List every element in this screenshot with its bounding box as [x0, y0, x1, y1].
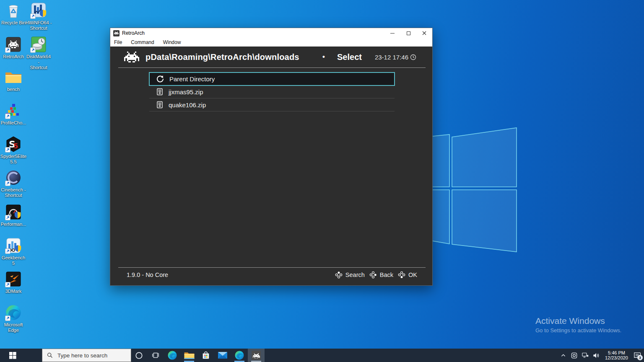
taskbar-edge-button-2[interactable] — [231, 349, 248, 362]
performancetest-icon — [5, 204, 22, 220]
shortcut-arrow-icon — [5, 181, 10, 186]
svg-text:5: 5 — [13, 142, 18, 150]
list-item-label: jjxmas95.zip — [169, 88, 203, 96]
desktop-icon-microsoft-edge[interactable]: Microsoft Edge — [0, 304, 27, 333]
system-tray: 5:46 PM 12/23/2020 3 — [560, 349, 644, 362]
retroarch-icon — [251, 350, 261, 360]
separator — [118, 267, 426, 268]
desktop-icon-performancetest[interactable]: Performan... — [0, 204, 27, 227]
menu-file[interactable]: File — [114, 39, 122, 45]
shortcut-arrow-icon — [30, 47, 36, 53]
hwinfo64-icon — [30, 2, 47, 19]
list-item-label: quake106.zip — [169, 101, 206, 109]
search-hint[interactable]: Search — [335, 271, 365, 279]
desktop-icon-label: RetroArch — [0, 54, 27, 59]
microsoft-store-icon — [201, 351, 210, 360]
desktop-icon-recycle-bin[interactable]: Recycle Bin — [0, 2, 27, 26]
taskbar-store-button[interactable] — [197, 349, 214, 362]
window-title: RetroArch — [122, 30, 145, 36]
back-hint[interactable]: Back — [369, 271, 393, 279]
taskbar-task-view-button[interactable] — [147, 349, 164, 362]
retroarch-content: pData\Roaming\RetroArch\downloads • Sele… — [110, 47, 432, 285]
shortcut-arrow-icon — [5, 315, 10, 321]
list-item-file[interactable]: quake106.zip — [149, 98, 395, 111]
desktop-icon-label: DiskMark64 - Shortcut — [25, 54, 52, 70]
recycle-bin-icon — [5, 2, 22, 19]
clock-icon — [410, 54, 416, 60]
breadcrumb-path: pData\Roaming\RetroArch\downloads — [145, 52, 299, 62]
desktop-icon-3dmark[interactable]: 3DMark — [0, 271, 27, 294]
retroarch-window: RetroArch File Command Window pData\Roam… — [110, 28, 433, 286]
gamepad-button-down-icon — [398, 271, 405, 279]
shortcut-arrow-icon — [5, 114, 10, 119]
desktop-icon-cinebench[interactable]: Cinebench - Shortcut — [0, 169, 27, 198]
maximize-icon — [407, 31, 410, 35]
desktop-icon-bench-folder[interactable]: bench — [0, 69, 27, 92]
tray-app-button[interactable] — [571, 352, 578, 359]
folder-icon — [5, 69, 22, 85]
windows-start-icon — [9, 352, 16, 359]
diskmark64-icon — [30, 36, 47, 53]
action-center-button[interactable]: 3 — [632, 351, 641, 359]
cinebench-icon — [5, 169, 22, 186]
edge-icon — [234, 350, 244, 360]
retroarch-logo-icon — [124, 52, 139, 62]
spyder5elite-icon: S 5 — [5, 136, 22, 153]
desktop-icon-hwinfo64[interactable]: HWiNFO64 - Shortcut — [25, 2, 52, 31]
header-bullet: • — [322, 53, 325, 62]
taskbar-retroarch-button[interactable] — [248, 349, 265, 362]
taskbar: 5:46 PM 12/23/2020 3 — [0, 349, 644, 362]
start-button[interactable] — [0, 349, 25, 362]
desktop-icon-label: Spyder5Elite 5.5 — [0, 154, 27, 165]
core-version-label: 1.9.0 - No Core — [127, 272, 168, 278]
minimize-button[interactable] — [384, 28, 400, 38]
taskbar-edge-button[interactable] — [164, 349, 181, 362]
desktop-icon-label: Cinebench - Shortcut — [0, 187, 27, 198]
search-input[interactable] — [57, 352, 125, 359]
shortcut-arrow-icon — [5, 147, 10, 153]
retroarch-header: pData\Roaming\RetroArch\downloads • Sele… — [110, 47, 432, 67]
network-ethernet-icon — [582, 352, 589, 358]
window-menubar: File Command Window — [110, 38, 432, 47]
tray-clock[interactable]: 5:46 PM 12/23/2020 — [605, 350, 628, 361]
taskbar-search[interactable] — [42, 349, 131, 362]
desktop-icon-label: Geekbench 5 — [0, 255, 27, 266]
list-item-label: Parent Directory — [169, 75, 215, 83]
file-list: Parent Directory jjxmas95.zip quake106.z… — [149, 72, 395, 111]
close-icon — [422, 31, 426, 35]
desktop-icon-profilechooser[interactable]: ProfileCho... — [0, 102, 27, 126]
chevron-up-icon — [561, 354, 566, 357]
tray-volume-button[interactable] — [593, 352, 600, 359]
taskbar-cortana-button[interactable] — [130, 349, 147, 362]
shortcut-arrow-icon — [5, 47, 10, 53]
window-titlebar[interactable]: RetroArch — [110, 28, 432, 38]
maximize-button[interactable] — [400, 28, 416, 38]
menu-window[interactable]: Window — [163, 39, 181, 45]
ok-hint[interactable]: OK — [398, 271, 417, 279]
desktop-icon-label: HWiNFO64 - Shortcut — [25, 20, 52, 31]
shortcut-arrow-icon — [5, 282, 10, 287]
desktop-icon-diskmark64[interactable]: DiskMark64 - Shortcut — [25, 36, 52, 70]
desktop-icon-label: Recycle Bin — [0, 20, 27, 26]
parent-directory-icon — [156, 75, 164, 83]
file-explorer-icon — [184, 351, 195, 359]
desktop-icon-geekbench5[interactable]: Geekbench 5 — [0, 237, 27, 266]
ok-hint-label: OK — [408, 272, 417, 278]
menu-command[interactable]: Command — [131, 39, 154, 45]
tray-chevron-button[interactable] — [560, 352, 567, 359]
minimize-icon — [390, 33, 395, 34]
desktop-icon-retroarch[interactable]: RetroArch — [0, 36, 27, 59]
taskbar-file-explorer-button[interactable] — [181, 349, 197, 362]
geekbench5-icon — [5, 237, 22, 254]
desktop-icon-spyder5elite[interactable]: S 5 Spyder5Elite 5.5 — [0, 136, 27, 165]
tray-network-button[interactable] — [582, 352, 589, 359]
3dmark-icon — [5, 271, 22, 287]
close-button[interactable] — [416, 28, 432, 38]
list-item-file[interactable]: jjxmas95.zip — [149, 85, 395, 98]
taskbar-mail-button[interactable] — [214, 349, 231, 362]
back-hint-label: Back — [380, 272, 393, 278]
desktop-icon-label: Performan... — [0, 222, 27, 227]
search-icon — [47, 352, 53, 358]
list-item-parent-directory[interactable]: Parent Directory — [149, 72, 395, 85]
retroarch-titlebar-icon — [113, 30, 119, 36]
